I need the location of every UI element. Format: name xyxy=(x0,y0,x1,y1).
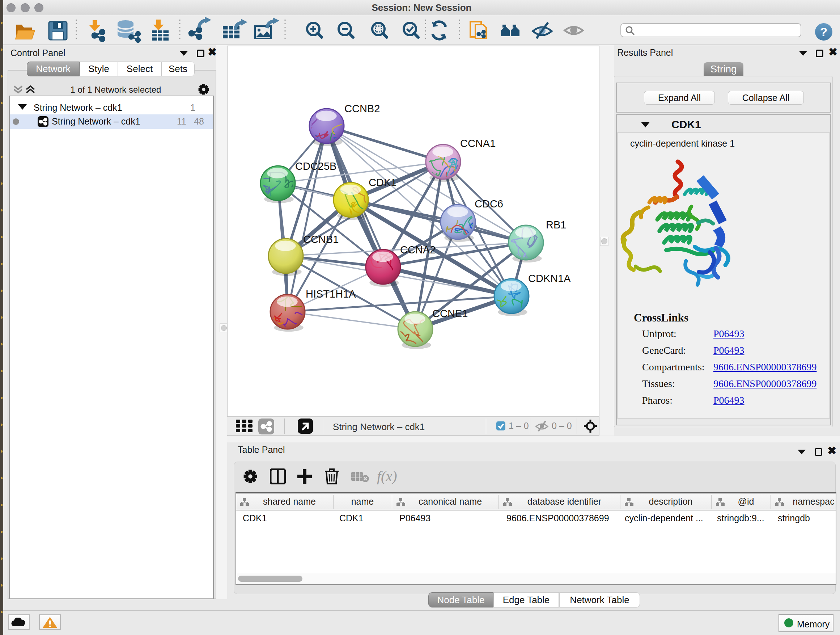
svg-text:CDK1: CDK1 xyxy=(369,177,396,188)
svg-text:CCNA1: CCNA1 xyxy=(460,138,496,149)
svg-text:CCNB1: CCNB1 xyxy=(303,233,339,245)
svg-text:CDC25B: CDC25B xyxy=(295,160,336,172)
svg-text:CCNE1: CCNE1 xyxy=(432,308,468,319)
svg-text:HIST1H1A: HIST1H1A xyxy=(306,288,356,300)
svg-text:CCNB2: CCNB2 xyxy=(344,103,380,114)
svg-text:CDC6: CDC6 xyxy=(475,198,503,210)
svg-text:CDKN1A: CDKN1A xyxy=(528,272,571,284)
svg-text:CCNA2: CCNA2 xyxy=(400,244,436,256)
svg-text:RB1: RB1 xyxy=(546,219,566,231)
